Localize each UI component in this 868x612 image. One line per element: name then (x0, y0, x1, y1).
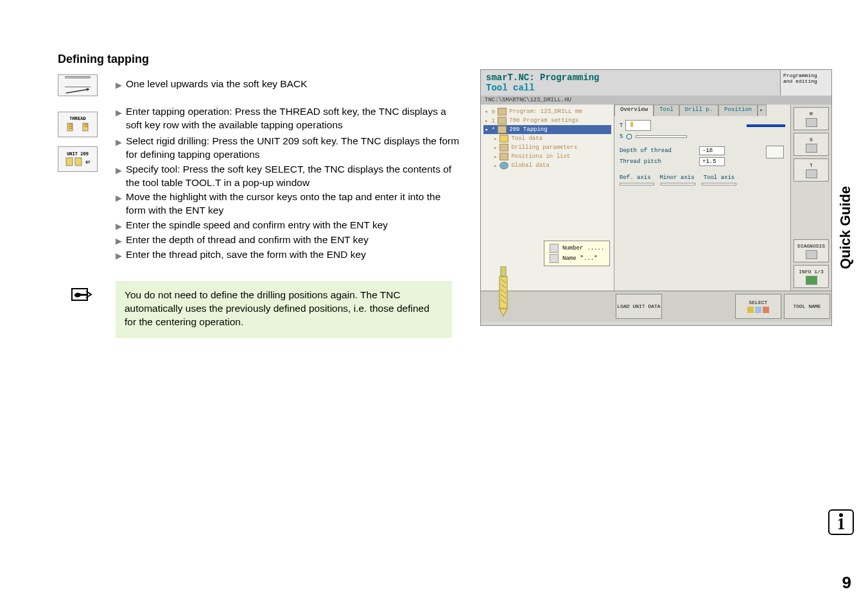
softkey-thread-label: THREAD (69, 116, 85, 121)
side-btn-m[interactable]: M (794, 107, 829, 130)
title-line1: smarT.NC: Programming (486, 72, 775, 83)
select-label: SELECT (749, 300, 768, 305)
select-button[interactable]: SELECT (735, 294, 781, 319)
avatar-icon (550, 254, 559, 263)
depth-input[interactable]: -18 (699, 146, 725, 155)
spindle-icon (625, 133, 633, 140)
tool-name-button[interactable]: TOOL NAME (784, 294, 830, 319)
side-section-label: Quick Guide (837, 186, 854, 269)
softkey-thread-icon: THREAD (58, 112, 98, 137)
info-icon (806, 276, 817, 285)
info-badge: 1 (828, 509, 854, 535)
t-value-input[interactable] (747, 124, 785, 127)
t-input[interactable] (625, 120, 651, 131)
toolaxis-input[interactable] (702, 183, 736, 185)
tab-overview[interactable]: Overview (614, 105, 654, 116)
tab-more[interactable]: ▸ (758, 105, 767, 116)
bullet-text: Enter the depth of thread and confirm wi… (126, 234, 369, 247)
bullet-item: ▶ Enter the thread pitch, save the form … (116, 248, 462, 262)
tree-icon (498, 117, 507, 124)
tooltip-value: "..." (580, 255, 598, 262)
avatar-icon (550, 244, 559, 253)
screenshot-bottom-bar: LOAD UNIT DATA SELECT TOOL NAME (481, 291, 831, 321)
tree-icon (499, 135, 508, 142)
bullet-item: ▶ Enter the depth of thread and confirm … (116, 234, 462, 247)
tree-marker: ▾ 0 (485, 108, 495, 115)
form-row-t: T (620, 120, 785, 131)
tree-marker: ▸ (494, 144, 497, 151)
tree-row[interactable]: ▸ Positions in list (483, 152, 611, 161)
form-row-axes-inputs (620, 183, 785, 185)
tooltip-label: Name (562, 255, 577, 262)
bullet-text: Enter tapping operation: Press the THREA… (126, 105, 462, 132)
tooltip-popup: Number ..... Name "..." (544, 241, 610, 266)
tree-marker: ▾ * (485, 126, 495, 133)
tab-drillp[interactable]: Drill p. (679, 105, 718, 116)
side-btn-t[interactable]: T (794, 158, 829, 182)
bullet-arrow-icon: ▶ (116, 192, 122, 217)
field-label: T (620, 123, 623, 129)
side-btn-s[interactable]: S (794, 133, 829, 156)
bullet-item: ▶ Select rigid drilling: Press the UNIT … (116, 135, 462, 162)
screenshot-path: TNC:\SMARTNC\123_DRILL.HU (481, 96, 831, 105)
bullet-item: ▶ Specify tool: Press the soft key SELEC… (116, 163, 462, 190)
tree-row[interactable]: ▸ Tool data (483, 134, 611, 143)
bullet-arrow-icon: ▶ (116, 221, 122, 232)
tree-row[interactable]: ▸ Global data (483, 161, 611, 170)
tnc-screenshot: smarT.NC: Programming Tool call Programm… (480, 69, 832, 326)
section-heading: Defining tapping (58, 53, 462, 66)
refaxis-input[interactable] (620, 183, 654, 185)
tree-icon (498, 126, 507, 133)
tree-label: Drilling parameters (511, 144, 577, 151)
hand-pointing-icon (68, 285, 94, 304)
tab-tool[interactable]: Tool (654, 105, 679, 116)
s-input[interactable] (636, 135, 687, 138)
m-icon (806, 118, 817, 127)
screenshot-mode: Programming and editing (780, 70, 831, 96)
screenshot-sidebar: M S T DIAGNOSIS INFO 1/3 (790, 105, 831, 291)
form-panel: Overview Tool Drill p. Position ▸ T S (614, 105, 790, 291)
tree-row-selected[interactable]: ▾ * 209 Tapping (483, 125, 611, 134)
bullet-text: One level upwards via the soft key BACK (126, 78, 308, 91)
bullet-arrow-icon: ▶ (116, 165, 122, 190)
side-btn-diagnosis[interactable]: DIAGNOSIS (794, 239, 829, 262)
tooltip-label: Number (562, 245, 583, 251)
side-btn-info[interactable]: INFO 1/3 (794, 265, 829, 288)
form-row-s: S (620, 133, 785, 140)
bullet-item: ▶ One level upwards via the soft key BAC… (116, 78, 462, 91)
tab-position[interactable]: Position (718, 105, 758, 116)
tree-row[interactable]: ▸ Drilling parameters (483, 143, 611, 152)
side-btn-label: S (810, 137, 813, 142)
bullet-text: Select rigid drilling: Press the UNIT 20… (126, 135, 462, 162)
field-label: S (620, 133, 623, 140)
softkey-back-icon (58, 74, 98, 96)
tree-row[interactable]: ▾ 0 Program: 123_DRILL mm (483, 107, 611, 116)
bullet-arrow-icon: ▶ (116, 137, 122, 162)
form-tabs[interactable]: Overview Tool Drill p. Position ▸ (614, 105, 790, 116)
axis-label: Minor axis (660, 174, 695, 181)
pitch-input[interactable]: +1.5 (699, 157, 725, 166)
bullet-item: ▶ Enter the spindle speed and confirm en… (116, 219, 462, 232)
bullet-item: ▶ Enter tapping operation: Press the THR… (116, 105, 462, 132)
diagnosis-icon (806, 250, 817, 259)
page-number: 9 (842, 573, 851, 593)
tree-label: Tool data (511, 135, 542, 142)
tree-label: Program: 123_DRILL mm (509, 108, 582, 115)
tree-row[interactable]: ▸ 1 700 Program settings (483, 116, 611, 125)
bullet-arrow-icon: ▶ (116, 80, 122, 91)
tree-icon (499, 144, 508, 151)
svg-rect-9 (501, 266, 506, 276)
title-line2: Tool call (486, 83, 775, 93)
screenshot-title: smarT.NC: Programming Tool call (481, 70, 780, 96)
load-unit-data-button[interactable]: LOAD UNIT DATA (616, 294, 662, 319)
tree-icon (498, 108, 507, 115)
field-label: Thread pitch (620, 158, 697, 165)
tooltip-value: ..... (587, 245, 604, 251)
minoraxis-input[interactable] (661, 183, 695, 185)
axis-label: Tool axis (704, 174, 735, 181)
tool-icon (629, 121, 635, 128)
svg-point-17 (627, 134, 632, 139)
thread-graphic-icon (64, 121, 92, 133)
bullet-arrow-icon: ▶ (116, 107, 122, 132)
axis-diagram-icon[interactable] (766, 146, 784, 158)
